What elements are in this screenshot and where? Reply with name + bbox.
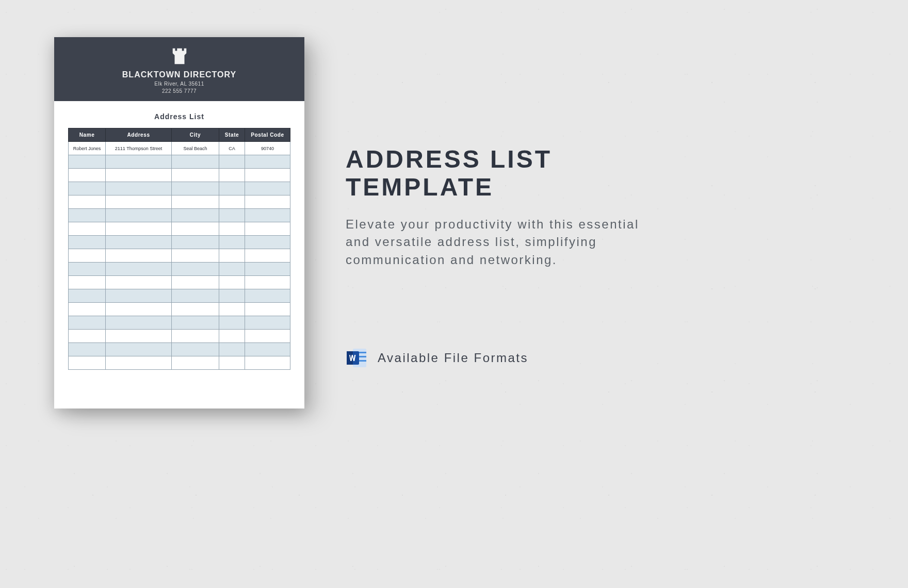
- empty-cell: [106, 195, 172, 209]
- empty-cell: [69, 343, 106, 356]
- promo-panel: ADDRESS LIST TEMPLATE Elevate your produ…: [346, 145, 712, 269]
- table-row: [69, 195, 290, 209]
- empty-cell: [172, 356, 219, 370]
- table-row: [69, 356, 290, 370]
- empty-cell: [106, 155, 172, 169]
- empty-cell: [219, 303, 245, 316]
- col-name: Name: [69, 128, 106, 142]
- empty-cell: [172, 155, 219, 169]
- empty-cell: [245, 276, 290, 289]
- empty-cell: [245, 195, 290, 209]
- empty-cell: [245, 303, 290, 316]
- empty-cell: [106, 276, 172, 289]
- table-row: [69, 303, 290, 316]
- table-row: [69, 155, 290, 169]
- empty-cell: [245, 182, 290, 195]
- empty-cell: [172, 289, 219, 303]
- empty-cell: [245, 263, 290, 276]
- table-row: [69, 209, 290, 222]
- table-row: [69, 343, 290, 356]
- empty-cell: [69, 303, 106, 316]
- empty-cell: [245, 289, 290, 303]
- empty-cell: [106, 236, 172, 249]
- table-row: [69, 276, 290, 289]
- castle-icon: [169, 46, 190, 66]
- empty-cell: [69, 289, 106, 303]
- empty-cell: [106, 356, 172, 370]
- empty-cell: [219, 155, 245, 169]
- table-row: [69, 249, 290, 263]
- empty-cell: [219, 276, 245, 289]
- empty-cell: [69, 356, 106, 370]
- col-postal: Postal Code: [245, 128, 290, 142]
- empty-cell: [245, 356, 290, 370]
- empty-cell: [245, 155, 290, 169]
- empty-cell: [106, 330, 172, 343]
- empty-cell: [245, 316, 290, 330]
- table-row: [69, 330, 290, 343]
- empty-cell: [245, 330, 290, 343]
- cell-name: Robert Jones: [69, 142, 106, 155]
- empty-cell: [69, 195, 106, 209]
- empty-cell: [172, 276, 219, 289]
- empty-cell: [172, 209, 219, 222]
- empty-cell: [69, 263, 106, 276]
- table-row: [69, 169, 290, 182]
- empty-cell: [172, 169, 219, 182]
- empty-cell: [219, 222, 245, 236]
- empty-cell: [106, 263, 172, 276]
- section-title: Address List: [54, 112, 304, 121]
- empty-cell: [219, 169, 245, 182]
- file-formats: Available File Formats: [346, 347, 528, 369]
- empty-cell: [106, 343, 172, 356]
- cell-postal: 90740: [245, 142, 290, 155]
- empty-cell: [219, 263, 245, 276]
- empty-cell: [245, 249, 290, 263]
- table-row: Robert Jones2111 Thompson StreetSeal Bea…: [69, 142, 290, 155]
- empty-cell: [245, 236, 290, 249]
- empty-cell: [219, 236, 245, 249]
- table-header-row: Name Address City State Postal Code: [69, 128, 290, 142]
- empty-cell: [69, 209, 106, 222]
- empty-cell: [172, 316, 219, 330]
- promo-headline: ADDRESS LIST TEMPLATE: [346, 145, 712, 201]
- empty-cell: [219, 356, 245, 370]
- empty-cell: [69, 330, 106, 343]
- empty-cell: [106, 182, 172, 195]
- empty-cell: [69, 222, 106, 236]
- headline-line-1: ADDRESS LIST: [346, 145, 712, 173]
- empty-cell: [219, 182, 245, 195]
- empty-cell: [219, 289, 245, 303]
- empty-cell: [245, 343, 290, 356]
- empty-cell: [172, 236, 219, 249]
- table-row: [69, 182, 290, 195]
- empty-cell: [69, 169, 106, 182]
- word-icon: [346, 347, 368, 369]
- empty-cell: [219, 330, 245, 343]
- empty-cell: [245, 169, 290, 182]
- table-row: [69, 222, 290, 236]
- cell-state: CA: [219, 142, 245, 155]
- col-address: Address: [106, 128, 172, 142]
- document-preview: BLACKTOWN DIRECTORY Elk River, AL 35611 …: [54, 37, 304, 409]
- promo-subhead: Elevate your productivity with this esse…: [346, 216, 666, 269]
- empty-cell: [219, 316, 245, 330]
- empty-cell: [172, 303, 219, 316]
- empty-cell: [69, 155, 106, 169]
- empty-cell: [219, 195, 245, 209]
- formats-label: Available File Formats: [378, 351, 528, 365]
- empty-cell: [172, 195, 219, 209]
- empty-cell: [106, 209, 172, 222]
- empty-cell: [172, 222, 219, 236]
- empty-cell: [219, 343, 245, 356]
- empty-cell: [106, 316, 172, 330]
- empty-cell: [69, 316, 106, 330]
- empty-cell: [172, 343, 219, 356]
- headline-line-2: TEMPLATE: [346, 173, 712, 201]
- empty-cell: [106, 222, 172, 236]
- empty-cell: [172, 330, 219, 343]
- brand-address: Elk River, AL 35611: [54, 81, 304, 87]
- col-state: State: [219, 128, 245, 142]
- empty-cell: [106, 303, 172, 316]
- empty-cell: [245, 222, 290, 236]
